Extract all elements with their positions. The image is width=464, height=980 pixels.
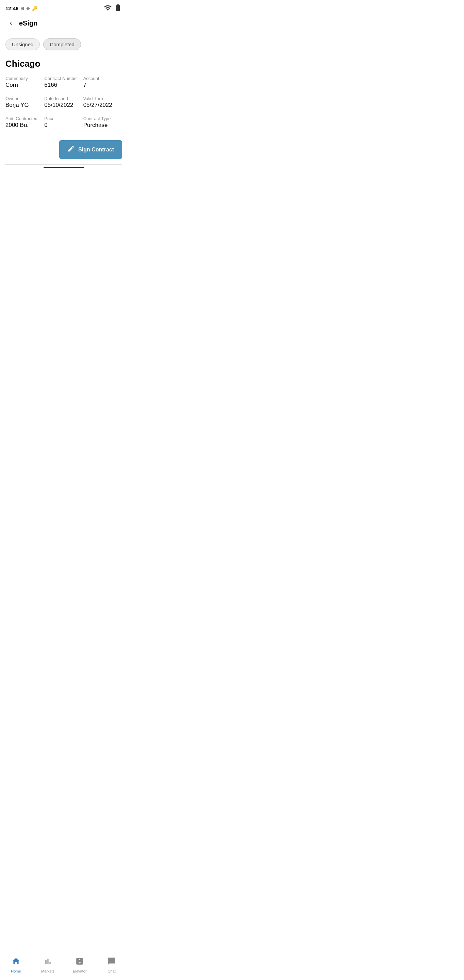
- sign-btn-container: Sign Contract: [5, 140, 122, 159]
- battery-icon: [114, 4, 122, 13]
- value-amt-contracted: 2000 Bu.: [5, 122, 44, 129]
- value-commodity: Corn: [5, 82, 44, 89]
- label-contract-type: Contract Type: [83, 116, 122, 121]
- value-date-issued: 05/10/2022: [44, 102, 83, 108]
- sim-icon: ⊟: [21, 6, 24, 11]
- wifi-icon: [104, 4, 112, 13]
- fields-row-3: Amt. Contracted 2000 Bu. Price 0 Contrac…: [5, 116, 122, 135]
- tab-unsigned[interactable]: Unsigned: [5, 38, 40, 50]
- fields-row-1: Commodity Corn Contract Number 6166 Acco…: [5, 76, 122, 95]
- label-valid-thru: Valid Thru: [83, 96, 122, 101]
- field-contract-number: Contract Number 6166: [44, 76, 83, 89]
- contract-location: Chicago: [5, 59, 122, 69]
- field-valid-thru: Valid Thru 05/27/2022: [83, 96, 122, 108]
- lock-icon: 🔑: [32, 6, 37, 11]
- main-content: Chicago Commodity Corn Contract Number 6…: [0, 53, 127, 165]
- label-commodity: Commodity: [5, 76, 44, 81]
- label-date-issued: Date Issued: [44, 96, 83, 101]
- back-button[interactable]: ‹: [5, 18, 16, 29]
- label-amt-contracted: Amt. Contracted: [5, 116, 44, 121]
- field-account: Account 7: [83, 76, 122, 89]
- field-commodity: Commodity Corn: [5, 76, 44, 89]
- sign-contract-button[interactable]: Sign Contract: [59, 140, 122, 159]
- page-title: eSign: [19, 19, 37, 27]
- field-price: Price 0: [44, 116, 83, 129]
- tabs-container: Unsigned Completed: [0, 33, 127, 53]
- status-bar: 12:46 ⊟ ⊕ 🔑: [0, 0, 127, 15]
- back-arrow-icon: ‹: [10, 19, 12, 27]
- field-date-issued: Date Issued 05/10/2022: [44, 96, 83, 108]
- value-contract-type: Purchase: [83, 122, 122, 129]
- field-contract-type: Contract Type Purchase: [83, 116, 122, 129]
- label-price: Price: [44, 116, 83, 121]
- label-account: Account: [83, 76, 122, 81]
- label-owner: Owner: [5, 96, 44, 101]
- fields-row-2: Owner Borja YG Date Issued 05/10/2022 Va…: [5, 96, 122, 115]
- navigation-icon: ⊕: [26, 6, 30, 11]
- tab-completed[interactable]: Completed: [43, 38, 81, 50]
- value-owner: Borja YG: [5, 102, 44, 108]
- field-owner: Owner Borja YG: [5, 96, 44, 108]
- value-contract-number: 6166: [44, 82, 83, 89]
- nav-header: ‹ eSign: [0, 15, 127, 33]
- content-divider: [5, 164, 122, 165]
- value-account: 7: [83, 82, 122, 89]
- label-contract-number: Contract Number: [44, 76, 83, 81]
- sign-icon: [67, 145, 75, 154]
- value-price: 0: [44, 122, 83, 129]
- status-time: 12:46: [5, 5, 18, 11]
- field-amt-contracted: Amt. Contracted 2000 Bu.: [5, 116, 44, 129]
- bottom-indicator: [43, 167, 84, 168]
- sign-contract-label: Sign Contract: [78, 147, 114, 153]
- value-valid-thru: 05/27/2022: [83, 102, 122, 108]
